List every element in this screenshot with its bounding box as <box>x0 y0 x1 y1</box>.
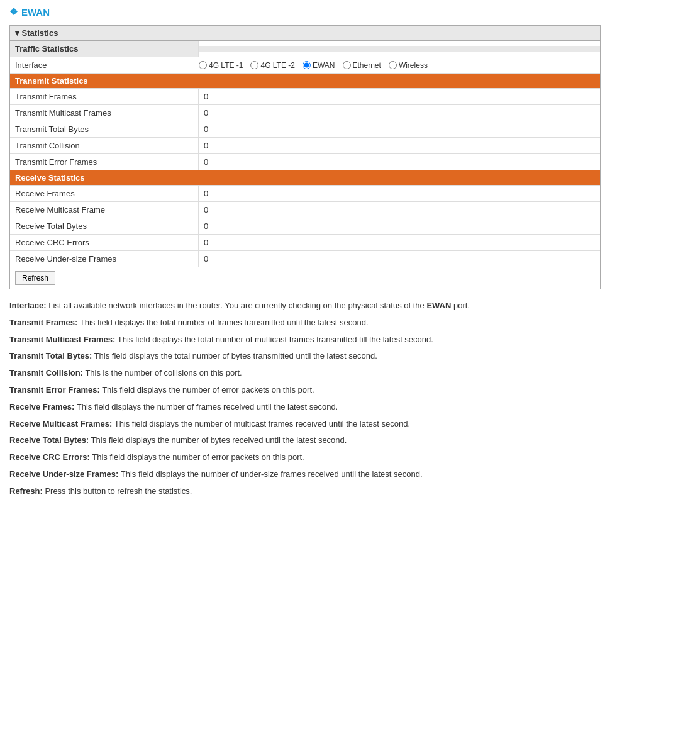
transmit-total-bytes-label: Transmit Total Bytes <box>10 121 199 137</box>
desc-refresh-term: Refresh: <box>9 486 43 496</box>
desc-receive-undersize: Receive Under-size Frames: This field di… <box>9 468 689 481</box>
desc-interface-term: Interface: <box>9 301 47 310</box>
traffic-statistics-value <box>199 46 600 52</box>
desc-transmit-multicast-term: Transmit Multicast Frames: <box>9 335 115 344</box>
desc-transmit-total-bytes: Transmit Total Bytes: This field display… <box>9 350 689 363</box>
receive-frames-label: Receive Frames <box>10 186 199 201</box>
desc-receive-multicast-text: This field displays the number of multic… <box>114 419 410 428</box>
receive-multicast-frame-value: 0 <box>199 202 600 218</box>
traffic-statistics-label: Traffic Statistics <box>10 41 199 57</box>
desc-receive-crc-term: Receive CRC Errors: <box>9 452 90 462</box>
receive-total-bytes-label: Receive Total Bytes <box>10 218 199 234</box>
receive-multicast-frame-row: Receive Multicast Frame 0 <box>10 202 600 218</box>
receive-total-bytes-value: 0 <box>199 218 600 234</box>
transmit-collision-label: Transmit Collision <box>10 138 199 153</box>
interface-radio-ewan[interactable] <box>303 61 311 69</box>
interface-option-ewan-label: EWAN <box>313 61 335 70</box>
interface-label: Interface <box>15 60 199 70</box>
interface-option-4glte2-label: 4G LTE -2 <box>260 61 294 70</box>
desc-receive-frames-term: Receive Frames: <box>9 402 74 411</box>
desc-refresh-text: Press this button to refresh the statist… <box>45 486 192 496</box>
interface-row: Interface 4G LTE -1 4G LTE -2 EWAN Ether… <box>10 57 600 74</box>
interface-option-4glte2[interactable]: 4G LTE -2 <box>250 61 294 70</box>
transmit-error-frames-row: Transmit Error Frames 0 <box>10 154 600 170</box>
transmit-multicast-frames-value: 0 <box>199 105 600 121</box>
refresh-button[interactable]: Refresh <box>15 271 55 285</box>
interface-radio-4glte2[interactable] <box>250 61 258 69</box>
desc-receive-crc: Receive CRC Errors: This field displays … <box>9 451 689 464</box>
interface-radio-ethernet[interactable] <box>343 61 351 69</box>
transmit-error-frames-value: 0 <box>199 154 600 170</box>
desc-receive-total-bytes-text: This field displays the number of bytes … <box>91 435 347 445</box>
transmit-total-bytes-value: 0 <box>199 121 600 137</box>
desc-transmit-error-text: This field displays the number of error … <box>102 385 314 394</box>
interface-option-ethernet[interactable]: Ethernet <box>343 61 381 70</box>
transmit-frames-label: Transmit Frames <box>10 89 199 104</box>
transmit-multicast-frames-row: Transmit Multicast Frames 0 <box>10 105 600 121</box>
transmit-total-bytes-row: Transmit Total Bytes 0 <box>10 121 600 138</box>
traffic-statistics-section-header: Traffic Statistics <box>10 41 600 57</box>
desc-receive-crc-text: This field displays the number of error … <box>92 452 304 462</box>
transmit-collision-value: 0 <box>199 138 600 153</box>
desc-transmit-frames-term: Transmit Frames: <box>9 318 77 327</box>
interface-option-ewan[interactable]: EWAN <box>303 61 335 70</box>
desc-transmit-total-bytes-text: This field displays the total number of … <box>94 351 377 360</box>
interface-options: 4G LTE -1 4G LTE -2 EWAN Ethernet Wirele… <box>199 61 428 70</box>
desc-transmit-frames-text: This field displays the total number of … <box>80 318 369 327</box>
desc-receive-undersize-text: This field displays the number of under-… <box>121 469 423 479</box>
interface-radio-wireless[interactable] <box>389 61 397 69</box>
desc-transmit-total-bytes-term: Transmit Total Bytes: <box>9 351 92 360</box>
interface-option-ethernet-label: Ethernet <box>353 61 381 70</box>
receive-frames-row: Receive Frames 0 <box>10 186 600 202</box>
diamond-icon: ❖ <box>9 6 18 18</box>
receive-undersize-frames-row: Receive Under-size Frames 0 <box>10 251 600 267</box>
transmit-statistics-header: Transmit Statistics <box>10 74 600 89</box>
interface-option-wireless-label: Wireless <box>399 61 428 70</box>
desc-refresh: Refresh: Press this button to refresh th… <box>9 485 689 498</box>
page-title-text: EWAN <box>21 7 50 18</box>
receive-statistics-header: Receive Statistics <box>10 170 600 186</box>
stats-box-header: ▾ Statistics <box>10 26 600 41</box>
desc-interface: Interface: List all available network in… <box>9 299 689 313</box>
desc-interface-text2: port. <box>453 301 470 310</box>
interface-option-4glte1[interactable]: 4G LTE -1 <box>199 61 243 70</box>
desc-transmit-collision-term: Transmit Collision: <box>9 368 83 377</box>
desc-transmit-collision: Transmit Collision: This is the number o… <box>9 367 689 380</box>
receive-multicast-frame-label: Receive Multicast Frame <box>10 202 199 218</box>
desc-receive-undersize-term: Receive Under-size Frames: <box>9 469 118 479</box>
receive-undersize-frames-label: Receive Under-size Frames <box>10 251 199 267</box>
desc-receive-total-bytes: Receive Total Bytes: This field displays… <box>9 434 689 447</box>
transmit-frames-row: Transmit Frames 0 <box>10 89 600 105</box>
desc-receive-multicast: Receive Multicast Frames: This field dis… <box>9 418 689 431</box>
desc-interface-text1: List all available network interfaces in… <box>48 301 426 310</box>
statistics-box: ▾ Statistics Traffic Statistics Interfac… <box>9 25 601 289</box>
interface-option-wireless[interactable]: Wireless <box>389 61 428 70</box>
desc-transmit-error-term: Transmit Error Frames: <box>9 385 100 394</box>
desc-receive-total-bytes-term: Receive Total Bytes: <box>9 435 89 445</box>
transmit-collision-row: Transmit Collision 0 <box>10 138 600 154</box>
desc-transmit-error: Transmit Error Frames: This field displa… <box>9 384 689 397</box>
receive-frames-value: 0 <box>199 186 600 201</box>
transmit-frames-value: 0 <box>199 89 600 104</box>
transmit-multicast-frames-label: Transmit Multicast Frames <box>10 105 199 121</box>
transmit-error-frames-label: Transmit Error Frames <box>10 154 199 170</box>
receive-crc-errors-value: 0 <box>199 235 600 250</box>
desc-transmit-collision-text: This is the number of collisions on this… <box>85 368 242 377</box>
refresh-row: Refresh <box>10 267 600 289</box>
receive-crc-errors-row: Receive CRC Errors 0 <box>10 235 600 251</box>
desc-transmit-frames: Transmit Frames: This field displays the… <box>9 316 689 330</box>
desc-transmit-multicast-text: This field displays the total number of … <box>118 335 433 344</box>
desc-transmit-multicast: Transmit Multicast Frames: This field di… <box>9 333 689 347</box>
receive-crc-errors-label: Receive CRC Errors <box>10 235 199 250</box>
interface-radio-4glte1[interactable] <box>199 61 207 69</box>
desc-receive-frames-text: This field displays the number of frames… <box>77 402 338 411</box>
description-section: Interface: List all available network in… <box>9 299 689 498</box>
receive-total-bytes-row: Receive Total Bytes 0 <box>10 218 600 235</box>
desc-receive-frames: Receive Frames: This field displays the … <box>9 401 689 414</box>
receive-undersize-frames-value: 0 <box>199 251 600 267</box>
desc-interface-ewan: EWAN <box>426 301 451 310</box>
page-title: ❖ EWAN <box>9 6 691 18</box>
desc-receive-multicast-term: Receive Multicast Frames: <box>9 419 112 428</box>
interface-option-4glte1-label: 4G LTE -1 <box>209 61 243 70</box>
